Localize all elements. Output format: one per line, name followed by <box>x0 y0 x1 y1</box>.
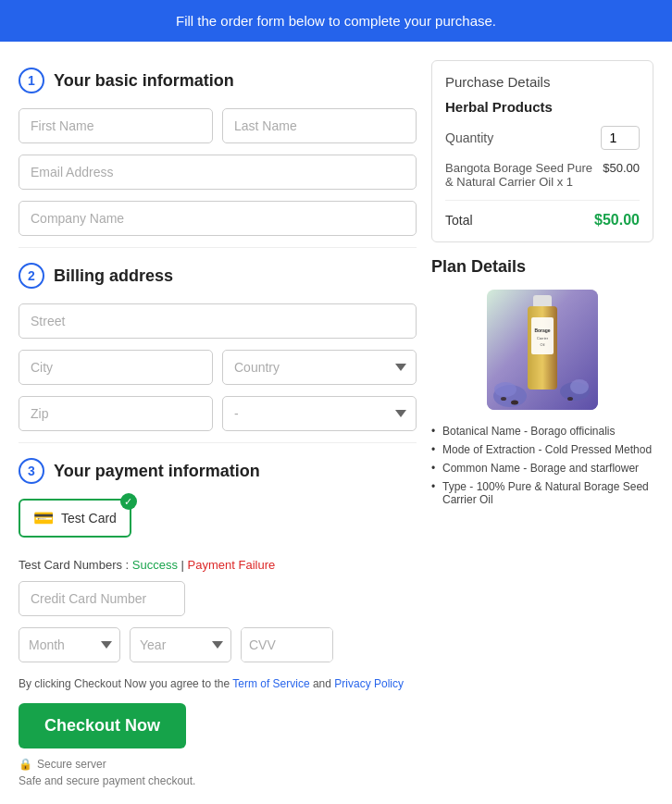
zip-input[interactable] <box>19 396 213 431</box>
svg-point-14 <box>511 401 518 405</box>
product-price: $50.00 <box>603 161 640 175</box>
company-input[interactable] <box>19 201 417 236</box>
total-label: Total <box>445 213 473 228</box>
cvv-field <box>241 627 333 662</box>
lock-icon: 🔒 <box>19 758 32 771</box>
svg-rect-4 <box>533 295 552 308</box>
quantity-label: Quantity <box>445 130 493 145</box>
page-wrapper: Fill the order form below to complete yo… <box>0 0 672 804</box>
year-select[interactable]: Year 202420252026 20272028 <box>130 627 231 662</box>
section2-title: Billing address <box>54 266 173 286</box>
card-icon: 💳 <box>33 508 54 528</box>
check-icon: ✓ <box>120 493 137 510</box>
street-row <box>19 303 417 339</box>
success-link[interactable]: Success <box>132 558 178 572</box>
city-country-row: Country <box>19 350 417 385</box>
secure-server-text: Secure server <box>37 758 106 771</box>
product-image: Borage Carrier Oil <box>487 290 598 410</box>
city-field <box>19 350 213 385</box>
right-panel: Purchase Details Herbal Products Quantit… <box>431 60 653 787</box>
test-card-label: Test Card <box>61 511 117 526</box>
company-row <box>19 201 417 236</box>
plan-feature-item: Common Name - Borage and starflower <box>431 462 653 475</box>
product-name: Bangota Borage Seed Pure & Natural Carri… <box>445 161 595 189</box>
svg-point-16 <box>567 397 573 401</box>
section3-number: 3 <box>19 458 44 484</box>
total-amount: $50.00 <box>594 212 640 229</box>
plan-feature-item: Botanical Name - Borago officinalis <box>431 425 653 438</box>
cc-number-wrapper <box>19 581 417 616</box>
last-name-field <box>222 108 417 143</box>
product-row: Bangota Borage Seed Pure & Natural Carri… <box>445 161 640 201</box>
plan-details: Plan Details <box>431 257 653 506</box>
last-name-input[interactable] <box>222 108 417 143</box>
checkout-button[interactable]: Checkout Now <box>19 703 186 748</box>
section1-header: 1 Your basic information <box>19 68 417 93</box>
cvv-input[interactable] <box>242 628 333 662</box>
street-input[interactable] <box>19 303 417 339</box>
street-field <box>19 303 417 339</box>
section3-header: 3 Your payment information <box>19 458 417 484</box>
first-name-input[interactable] <box>19 108 213 143</box>
plan-details-title: Plan Details <box>431 257 653 277</box>
top-banner: Fill the order form below to complete yo… <box>0 0 672 42</box>
tos-link[interactable]: Term of Service <box>232 677 309 690</box>
svg-point-13 <box>570 379 589 394</box>
email-field <box>19 155 417 190</box>
divider2 <box>19 442 417 443</box>
secure-payment-text: Safe and secure payment checkout. <box>19 774 417 787</box>
divider1 <box>19 247 417 248</box>
cc-number-input[interactable] <box>19 581 185 616</box>
svg-text:Carrier: Carrier <box>537 336 549 340</box>
country-select[interactable]: Country <box>222 350 417 385</box>
section1-title: Your basic information <box>54 71 234 91</box>
banner-text: Fill the order form below to complete yo… <box>176 13 496 29</box>
company-field <box>19 201 417 236</box>
quantity-row: Quantity <box>445 126 640 150</box>
state-select[interactable]: - <box>222 396 417 431</box>
city-input[interactable] <box>19 350 213 385</box>
month-select[interactable]: Month 010203 040506 070809 101112 <box>19 627 120 662</box>
failure-link[interactable]: Payment Failure <box>188 558 276 572</box>
svg-text:Borage: Borage <box>534 328 550 333</box>
country-field: Country <box>222 350 417 385</box>
section2-number: 2 <box>19 263 44 289</box>
plan-features-list: Botanical Name - Borago officinalisMode … <box>431 425 653 506</box>
card-option-wrapper: 💳 Test Card ✓ <box>19 499 417 549</box>
secure-info: 🔒 Secure server <box>19 758 417 771</box>
purchase-details-box: Purchase Details Herbal Products Quantit… <box>431 60 653 242</box>
test-card-info: Test Card Numbers : Success | Payment Fa… <box>19 558 417 572</box>
main-content: 1 Your basic information <box>0 42 672 804</box>
section1-number: 1 <box>19 68 44 93</box>
svg-text:Oil: Oil <box>541 342 545 347</box>
plan-feature-item: Mode of Extraction - Cold Pressed Method <box>431 443 653 456</box>
email-input[interactable] <box>19 155 417 190</box>
purchase-details-title: Purchase Details <box>445 74 640 90</box>
svg-point-15 <box>501 397 506 401</box>
terms-between: and <box>313 677 334 690</box>
terms-before: By clicking Checkout Now you agree to th… <box>19 677 232 690</box>
quantity-input[interactable] <box>601 126 640 150</box>
privacy-link[interactable]: Privacy Policy <box>334 677 404 690</box>
svg-point-11 <box>494 382 516 397</box>
separator: | <box>181 558 188 572</box>
email-row <box>19 155 417 190</box>
total-row: Total $50.00 <box>445 212 640 229</box>
state-field: - <box>222 396 417 431</box>
test-card-option[interactable]: 💳 Test Card ✓ <box>19 499 131 538</box>
section2-header: 2 Billing address <box>19 263 417 289</box>
terms-text: By clicking Checkout Now you agree to th… <box>19 677 417 690</box>
left-panel: 1 Your basic information <box>19 60 417 787</box>
zip-field <box>19 396 213 431</box>
first-name-field <box>19 108 213 143</box>
herbal-products-label: Herbal Products <box>445 99 640 115</box>
section3-title: Your payment information <box>54 462 260 481</box>
product-image-wrapper: Borage Carrier Oil <box>431 290 653 414</box>
test-card-text: Test Card Numbers : <box>19 558 129 572</box>
zip-state-row: - <box>19 396 417 431</box>
name-row <box>19 108 417 143</box>
payment-row: Month 010203 040506 070809 101112 Year 2… <box>19 627 417 662</box>
plan-feature-item: Type - 100% Pure & Natural Borage Seed C… <box>431 480 653 506</box>
